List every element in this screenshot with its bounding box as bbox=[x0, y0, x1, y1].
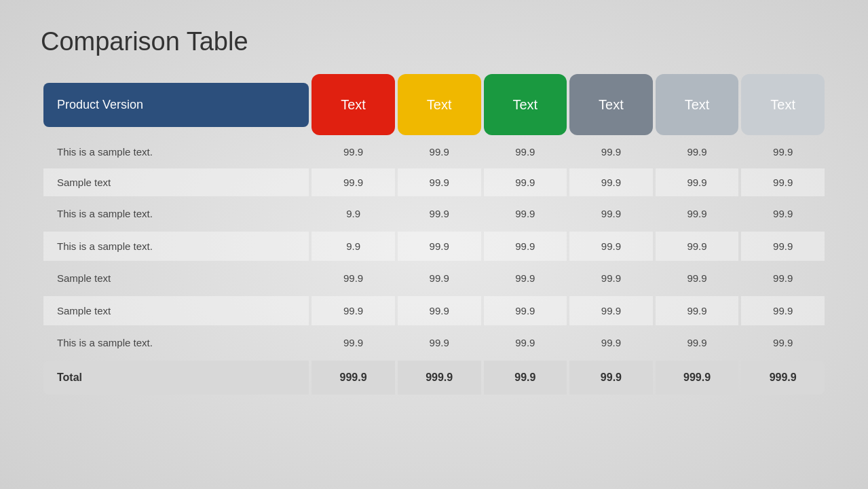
cell-r5-c4: 99.9 bbox=[656, 296, 739, 326]
cell-r5-c5: 99.9 bbox=[741, 296, 825, 326]
cell-r3-c1: 99.9 bbox=[398, 232, 481, 261]
total-value-c0: 999.9 bbox=[312, 361, 395, 395]
cell-r2-c3: 99.9 bbox=[569, 199, 653, 229]
cell-r0-c0: 99.9 bbox=[312, 138, 395, 166]
cell-r1-c0: 99.9 bbox=[312, 168, 395, 196]
table-row: This is a sample text.99.999.999.999.999… bbox=[43, 328, 825, 358]
header-col-4: Text bbox=[569, 74, 653, 135]
cell-r1-c1: 99.9 bbox=[398, 168, 481, 196]
cell-r5-c2: 99.9 bbox=[484, 296, 567, 326]
cell-r0-c4: 99.9 bbox=[656, 138, 739, 166]
cell-r3-c2: 99.9 bbox=[484, 232, 567, 261]
cell-r3-c0: 9.9 bbox=[312, 232, 395, 261]
cell-r6-c2: 99.9 bbox=[484, 328, 567, 358]
cell-r5-c3: 99.9 bbox=[569, 296, 653, 326]
cell-r4-c5: 99.9 bbox=[741, 264, 825, 293]
total-label: Total bbox=[43, 361, 309, 395]
cell-r3-c3: 99.9 bbox=[569, 232, 653, 261]
row-label-5: Sample text bbox=[43, 296, 309, 326]
total-value-c4: 999.9 bbox=[656, 361, 739, 395]
cell-r4-c4: 99.9 bbox=[656, 264, 739, 293]
cell-r4-c0: 99.9 bbox=[312, 264, 395, 293]
cell-r6-c1: 99.9 bbox=[398, 328, 481, 358]
header-col-2: Text bbox=[398, 74, 481, 135]
row-label-0: This is a sample text. bbox=[43, 138, 309, 166]
cell-r6-c5: 99.9 bbox=[741, 328, 825, 358]
cell-r4-c1: 99.9 bbox=[398, 264, 481, 293]
total-value-c1: 999.9 bbox=[398, 361, 481, 395]
row-label-3: This is a sample text. bbox=[43, 232, 309, 261]
cell-r1-c4: 99.9 bbox=[656, 168, 739, 196]
total-value-c3: 99.9 bbox=[569, 361, 653, 395]
cell-r0-c2: 99.9 bbox=[484, 138, 567, 166]
header-col-3: Text bbox=[484, 74, 567, 135]
cell-r3-c4: 99.9 bbox=[656, 232, 739, 261]
cell-r2-c2: 99.9 bbox=[484, 199, 567, 229]
total-value-c5: 999.9 bbox=[741, 361, 825, 395]
table-row: This is a sample text.99.999.999.999.999… bbox=[43, 138, 825, 166]
cell-r2-c0: 9.9 bbox=[312, 199, 395, 229]
header-product-version: Product Version bbox=[43, 83, 309, 127]
header-col-5: Text bbox=[656, 74, 739, 135]
cell-r2-c1: 99.9 bbox=[398, 199, 481, 229]
table-row: This is a sample text.9.999.999.999.999.… bbox=[43, 232, 825, 261]
cell-r2-c5: 99.9 bbox=[741, 199, 825, 229]
cell-r1-c5: 99.9 bbox=[741, 168, 825, 196]
table-row: Sample text99.999.999.999.999.999.9 bbox=[43, 168, 825, 196]
cell-r0-c1: 99.9 bbox=[398, 138, 481, 166]
cell-r2-c4: 99.9 bbox=[656, 199, 739, 229]
table-row: Sample text99.999.999.999.999.999.9 bbox=[43, 296, 825, 326]
table-row: This is a sample text.9.999.999.999.999.… bbox=[43, 199, 825, 229]
comparison-table: Product VersionTextTextTextTextTextText … bbox=[41, 71, 827, 397]
cell-r0-c5: 99.9 bbox=[741, 138, 825, 166]
row-label-1: Sample text bbox=[43, 168, 309, 196]
row-label-2: This is a sample text. bbox=[43, 199, 309, 229]
header-col-6: Text bbox=[741, 74, 825, 135]
cell-r6-c3: 99.9 bbox=[569, 328, 653, 358]
cell-r5-c0: 99.9 bbox=[312, 296, 395, 326]
header-col-1: Text bbox=[312, 74, 395, 135]
cell-r3-c5: 99.9 bbox=[741, 232, 825, 261]
cell-r1-c2: 99.9 bbox=[484, 168, 567, 196]
cell-r4-c3: 99.9 bbox=[569, 264, 653, 293]
cell-r6-c4: 99.9 bbox=[656, 328, 739, 358]
table-row: Sample text99.999.999.999.999.999.9 bbox=[43, 264, 825, 293]
row-label-4: Sample text bbox=[43, 264, 309, 293]
total-value-c2: 99.9 bbox=[484, 361, 567, 395]
total-row: Total999.9999.999.999.9999.9999.9 bbox=[43, 361, 825, 395]
row-label-6: This is a sample text. bbox=[43, 328, 309, 358]
cell-r5-c1: 99.9 bbox=[398, 296, 481, 326]
page-title: Comparison Table bbox=[41, 27, 827, 56]
cell-r0-c3: 99.9 bbox=[569, 138, 653, 166]
cell-r6-c0: 99.9 bbox=[312, 328, 395, 358]
cell-r1-c3: 99.9 bbox=[569, 168, 653, 196]
cell-r4-c2: 99.9 bbox=[484, 264, 567, 293]
